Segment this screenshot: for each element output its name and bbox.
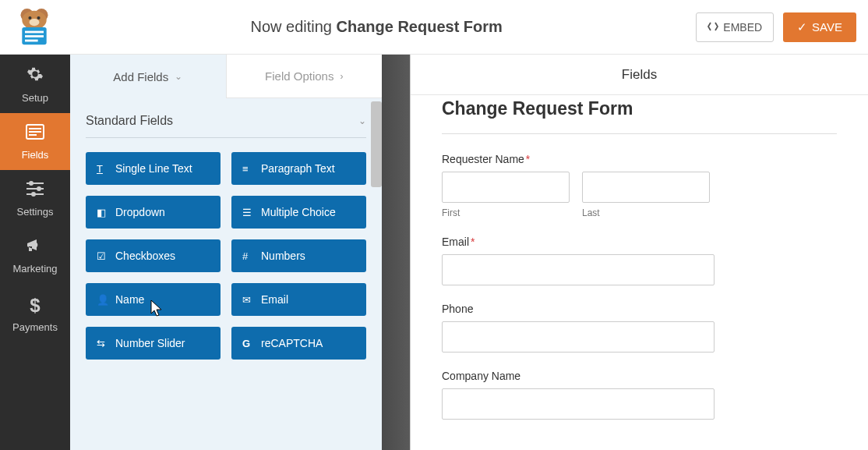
field-label: Dropdown	[115, 206, 165, 218]
chevron-down-icon: ⌄	[358, 115, 366, 126]
sidebar-item-fields[interactable]: Fields	[0, 113, 70, 170]
field-label: reCAPTCHA	[261, 337, 323, 349]
sidebar-label: Payments	[12, 321, 58, 333]
chevron-right-icon: ›	[340, 71, 343, 82]
field-single-line-text[interactable]: TSingle Line Text	[86, 152, 221, 185]
user-icon: 👤	[97, 294, 108, 306]
first-hint: First	[442, 207, 570, 218]
hash-icon: #	[242, 250, 253, 262]
checkbox-icon: ☑	[97, 250, 108, 262]
field-label: Paragraph Text	[261, 162, 335, 175]
field-company: Company Name	[442, 370, 837, 420]
fields-grid: TSingle Line Text ≡Paragraph Text ◧Dropd…	[86, 152, 366, 360]
field-recaptcha[interactable]: GreCAPTCHA	[231, 327, 366, 360]
editing-prefix: Now editing	[250, 18, 336, 35]
requester-name-label: Requester Name*	[442, 153, 837, 165]
field-numbers[interactable]: #Numbers	[231, 239, 366, 272]
svg-point-3	[30, 18, 40, 25]
label-text: Email	[442, 236, 469, 248]
dropdown-icon: ◧	[97, 207, 108, 218]
svg-rect-13	[29, 134, 37, 136]
preview-header: Fields	[411, 55, 868, 95]
section-title: Standard Fields	[86, 114, 173, 128]
field-multiple-choice[interactable]: ☰Multiple Choice	[231, 196, 366, 229]
paragraph-icon: ≡	[242, 163, 253, 175]
last-hint: Last	[582, 207, 710, 218]
field-label: Single Line Text	[115, 162, 192, 175]
form-name-title: Change Request Form	[337, 18, 503, 35]
field-paragraph-text[interactable]: ≡Paragraph Text	[231, 152, 366, 185]
slider-icon: ⇆	[97, 338, 108, 349]
embed-button[interactable]: EMBED	[696, 12, 774, 42]
field-label: Number Slider	[115, 337, 185, 349]
field-number-slider[interactable]: ⇆Number Slider	[86, 327, 221, 360]
app-logo	[12, 8, 57, 47]
field-email[interactable]: ✉Email	[231, 283, 366, 316]
dollar-icon: $	[0, 295, 70, 317]
form-divider	[442, 133, 837, 134]
envelope-icon: ✉	[242, 294, 253, 306]
company-input[interactable]	[442, 388, 715, 420]
gear-icon	[0, 66, 70, 87]
sidebar-item-settings[interactable]: Settings	[0, 170, 70, 227]
text-icon: T	[97, 163, 108, 175]
last-name-input[interactable]	[582, 172, 710, 203]
sidebar-label: Settings	[17, 206, 54, 218]
sidebar-item-payments[interactable]: $ Payments	[0, 284, 70, 342]
tab-label: Add Fields	[113, 70, 168, 83]
phone-input[interactable]	[442, 321, 715, 353]
svg-point-19	[31, 192, 36, 197]
first-name-input[interactable]	[442, 172, 570, 203]
tab-add-fields[interactable]: Add Fields ⌄	[70, 55, 226, 98]
email-label: Email*	[442, 236, 837, 248]
check-icon: ✓	[797, 20, 807, 34]
svg-rect-9	[25, 39, 38, 41]
preview-body: Change Request Form Requester Name* Firs…	[411, 95, 868, 450]
panel-tabs: Add Fields ⌄ Field Options ›	[70, 55, 382, 98]
svg-rect-7	[25, 30, 44, 33]
sidebar-item-marketing[interactable]: Marketing	[0, 227, 70, 284]
megaphone-icon	[0, 238, 70, 258]
field-label: Numbers	[261, 250, 305, 262]
section-header[interactable]: Standard Fields ⌄	[86, 114, 366, 138]
label-text: Requester Name	[442, 153, 524, 165]
top-bar: Now editing Change Request Form EMBED ✓ …	[0, 0, 868, 55]
divider-strip	[382, 55, 410, 450]
svg-point-17	[37, 186, 41, 191]
svg-rect-11	[29, 128, 41, 129]
svg-rect-8	[25, 35, 44, 37]
form-title: Change Request Form	[442, 98, 837, 119]
header-title: Now editing Change Request Form	[57, 18, 696, 36]
svg-point-5	[37, 16, 41, 19]
svg-rect-12	[29, 131, 41, 133]
tab-field-options[interactable]: Field Options ›	[226, 55, 383, 98]
field-requester-name: Requester Name* First Last	[442, 153, 837, 218]
sliders-icon	[0, 181, 70, 201]
left-sidebar: Setup Fields Settings Marketing $ Paymen…	[0, 55, 70, 450]
sidebar-label: Setup	[22, 92, 48, 104]
save-label: SAVE	[812, 20, 842, 34]
tab-label: Field Options	[265, 69, 333, 83]
field-dropdown[interactable]: ◧Dropdown	[86, 196, 221, 229]
scrollbar-thumb[interactable]	[371, 101, 382, 187]
chevron-down-icon: ⌄	[175, 71, 182, 82]
field-email: Email*	[442, 236, 837, 285]
field-name[interactable]: 👤Name	[86, 283, 221, 316]
field-label: Name	[115, 293, 144, 306]
field-label: Email	[261, 293, 288, 306]
svg-point-4	[28, 16, 31, 19]
required-asterisk: *	[526, 153, 530, 165]
field-checkboxes[interactable]: ☑Checkboxes	[86, 239, 221, 272]
header-actions: EMBED ✓ SAVE	[696, 12, 856, 42]
sidebar-label: Fields	[22, 149, 49, 161]
form-icon	[0, 124, 70, 144]
list-icon: ☰	[242, 207, 253, 218]
preview-pane: Fields Change Request Form Requester Nam…	[410, 55, 868, 450]
phone-label: Phone	[442, 303, 837, 315]
code-icon	[707, 21, 718, 34]
sidebar-item-setup[interactable]: Setup	[0, 55, 70, 113]
save-button[interactable]: ✓ SAVE	[783, 12, 856, 42]
required-asterisk: *	[471, 236, 475, 248]
recaptcha-icon: G	[242, 338, 253, 349]
email-input[interactable]	[442, 254, 715, 285]
